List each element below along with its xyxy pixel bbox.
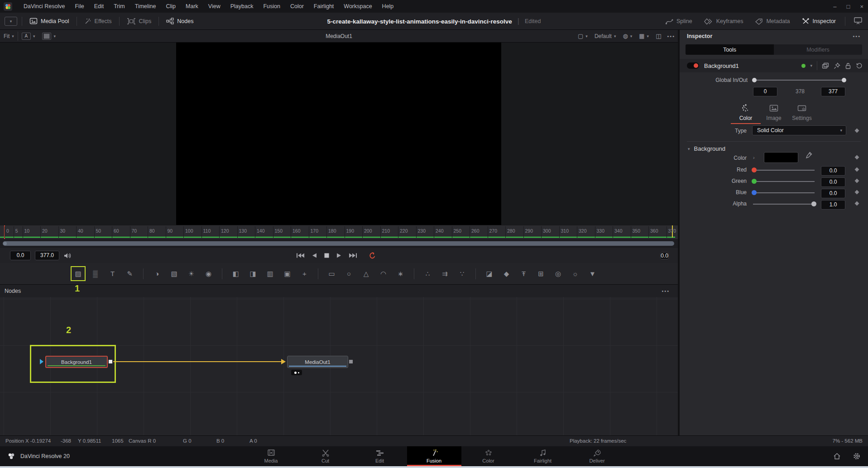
menu-item-timeline[interactable]: Timeline	[130, 3, 161, 10]
red-value-field[interactable]: 0.0	[821, 166, 845, 176]
page-deliver[interactable]: Deliver	[570, 446, 624, 466]
inspector-options-menu[interactable]: •••	[853, 33, 861, 39]
brightness-contrast-tool[interactable]: ☀	[186, 268, 197, 279]
text-3d-tool[interactable]: Ŧ	[518, 268, 529, 279]
3d-view-dropdown[interactable]: ◍▾	[622, 33, 633, 39]
color-corrector-tool[interactable]: ◑	[151, 268, 163, 279]
image-plane-3d-tool[interactable]: ◪	[484, 268, 495, 279]
type-dropdown[interactable]: Solid Color ▾	[752, 125, 846, 135]
node-mediaout1[interactable]: MediaOut1	[287, 356, 348, 368]
go-to-start-button[interactable]	[296, 252, 305, 259]
lock-icon[interactable]	[845, 62, 851, 69]
menu-item-workspace[interactable]: Workspace	[339, 3, 377, 10]
alpha-value-field[interactable]: 1.0	[821, 200, 845, 210]
page-color[interactable]: Color	[461, 446, 516, 466]
merge-tool[interactable]: ◧	[230, 268, 241, 279]
menu-item-playback[interactable]: Playback	[225, 3, 259, 10]
red-slider-handle[interactable]	[752, 167, 757, 172]
clean-feed-button[interactable]	[852, 17, 864, 26]
page-edit[interactable]: Edit	[353, 446, 407, 466]
matte-control-tool[interactable]: ◨	[247, 268, 259, 279]
channel-booleans-tool[interactable]: ▥	[264, 268, 276, 279]
blur-tool[interactable]: ◉	[203, 268, 214, 279]
roi-dropdown[interactable]: ▢▾	[577, 33, 589, 39]
global-in-out-slider[interactable]	[753, 80, 845, 81]
page-cut[interactable]: Cut	[298, 446, 353, 466]
versions-icon[interactable]	[822, 62, 829, 69]
background-section-header[interactable]: ▾ Background	[688, 145, 725, 152]
shape-3d-tool[interactable]: ◆	[501, 268, 512, 279]
lut-dropdown[interactable]: Default▾	[594, 33, 617, 39]
fast-noise-tool[interactable]: ▒	[90, 268, 101, 279]
type-keyframe-icon[interactable]	[855, 129, 859, 133]
tab-settings[interactable]: Settings	[788, 103, 816, 124]
green-slider-handle[interactable]	[752, 179, 757, 184]
color-swatch[interactable]	[764, 152, 798, 163]
pin-icon[interactable]	[834, 62, 840, 69]
green-slider[interactable]	[753, 181, 815, 182]
menu-item-clip[interactable]: Clip	[161, 3, 181, 10]
node-background1[interactable]: Background1	[45, 356, 108, 368]
page-fairlight[interactable]: Fairlight	[516, 446, 570, 466]
current-frame-field[interactable]: 0.0	[660, 252, 669, 259]
background-node-input-icon[interactable]	[40, 359, 43, 364]
blue-value-field[interactable]: 0.0	[821, 189, 845, 198]
viewer-options-menu[interactable]: •••	[667, 33, 675, 39]
p-render-tool[interactable]: ⇉	[439, 268, 451, 279]
tab-color[interactable]: Color	[732, 103, 760, 124]
green-keyframe-icon[interactable]	[855, 179, 859, 183]
timeline-scrollbar[interactable]	[3, 241, 674, 246]
stop-button[interactable]	[324, 252, 330, 259]
color-keyer-tool[interactable]: ▣	[282, 268, 293, 279]
timeline-ruler[interactable]: 0510203040506070809010011012013014015016…	[0, 225, 678, 239]
metadata-button[interactable]: Metadata	[752, 18, 792, 25]
node-enable-toggle[interactable]	[687, 62, 699, 69]
eyedropper-icon[interactable]	[805, 151, 813, 159]
color-keyframe-icon[interactable]	[855, 155, 859, 160]
audio-mute-icon[interactable]	[63, 252, 72, 259]
menu-item-view[interactable]: View	[203, 3, 225, 10]
global-out-handle[interactable]	[842, 78, 846, 82]
interface-toggle-button[interactable]: ▾	[5, 17, 17, 26]
background-node-output-icon[interactable]	[109, 360, 112, 363]
spot-light-3d-tool[interactable]: ☼	[570, 268, 581, 279]
tab-tools[interactable]: Tools	[686, 44, 774, 55]
menu-item-trim[interactable]: Trim	[109, 3, 130, 10]
blue-keyframe-icon[interactable]	[855, 190, 859, 195]
chevron-right-icon[interactable]: ›	[753, 155, 755, 160]
tab-image[interactable]: Image	[760, 103, 788, 124]
dual-viewer-button[interactable]: ◫	[655, 33, 662, 39]
loop-button[interactable]	[368, 252, 376, 259]
camera-3d-tool[interactable]: ◎	[552, 268, 564, 279]
tracker-tool[interactable]: +	[299, 268, 310, 279]
global-out-field[interactable]: 377	[821, 87, 845, 96]
magic-mask-tool[interactable]: ∗	[395, 268, 406, 279]
range-end-field[interactable]: 377.0	[35, 251, 59, 260]
play-button[interactable]	[336, 252, 342, 259]
ellipse-mask-tool[interactable]: ○	[343, 268, 355, 279]
polygon-mask-tool[interactable]: △	[360, 268, 372, 279]
blue-slider[interactable]	[753, 192, 815, 193]
menu-item-file[interactable]: File	[70, 3, 89, 10]
alpha-slider[interactable]	[753, 204, 815, 205]
text-plus-tool[interactable]: T	[107, 268, 118, 279]
color-curves-tool[interactable]: ▧	[168, 268, 180, 279]
spline-button[interactable]: Spline	[662, 18, 695, 25]
viewer-canvas[interactable]	[176, 43, 501, 225]
nodes-button[interactable]: Nodes	[163, 18, 196, 24]
clips-button[interactable]: Clips	[124, 18, 154, 24]
p-merge-tool[interactable]: ∵	[456, 268, 468, 279]
range-start-field[interactable]: 0.0	[10, 251, 31, 260]
channel-dropdown[interactable]: ▾	[38, 33, 59, 40]
node-connection-wire[interactable]	[113, 361, 282, 362]
zoom-mode-dropdown[interactable]: Fit▾	[0, 33, 18, 39]
page-fusion[interactable]: Fusion	[407, 446, 461, 466]
global-in-field[interactable]: 0	[753, 87, 777, 96]
page-media[interactable]: Media	[244, 446, 298, 466]
green-value-field[interactable]: 0.0	[821, 177, 845, 187]
paint-tool[interactable]: ✎	[124, 268, 135, 279]
inspector-button[interactable]: Inspector	[799, 18, 839, 25]
media-pool-button[interactable]: Media Pool	[27, 18, 72, 24]
maximize-button[interactable]: □	[847, 3, 850, 10]
alpha-slider-handle[interactable]	[811, 201, 816, 206]
